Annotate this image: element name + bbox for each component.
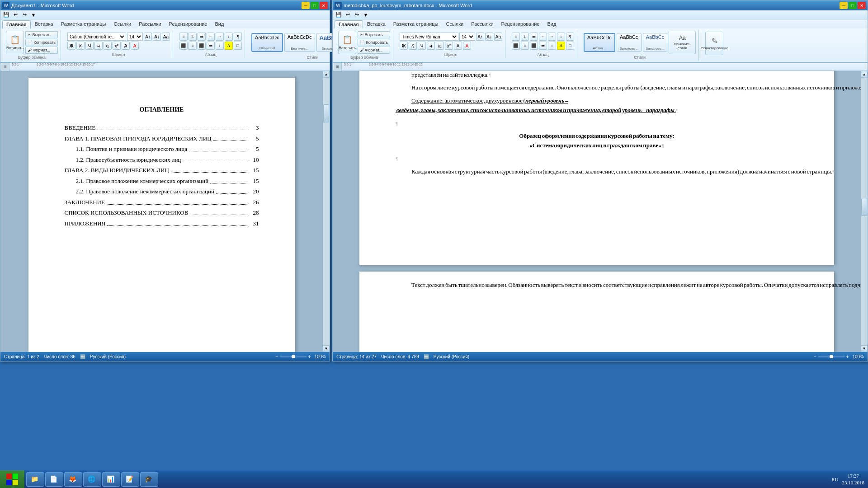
show-marks-btn-1[interactable]: ¶ xyxy=(234,33,242,41)
tab-review-2[interactable]: Рецензирование xyxy=(498,20,543,28)
underline-btn-2[interactable]: Ч xyxy=(418,42,426,50)
close-btn-2[interactable]: ✕ xyxy=(858,2,866,9)
underline-btn-1[interactable]: Ч xyxy=(85,42,94,50)
redo-icon-2[interactable]: ↪ xyxy=(353,11,361,19)
taskbar-item-folder[interactable]: 📁 xyxy=(26,472,44,487)
font-color-btn-2[interactable]: A xyxy=(463,42,471,50)
undo-icon-2[interactable]: ↩ xyxy=(344,11,352,19)
align-left-btn-2[interactable]: ⬛ xyxy=(512,42,520,50)
clear-format-btn-2[interactable]: Aa xyxy=(494,33,502,41)
paste-btn-2[interactable]: 📋 Вставить xyxy=(338,31,356,54)
tab-mailings-2[interactable]: Рассылки xyxy=(467,20,497,28)
tab-view-1[interactable]: Вид xyxy=(212,20,228,28)
zoom-slider-1[interactable] xyxy=(280,356,307,357)
font-size-select-1[interactable]: 14 xyxy=(127,33,143,41)
multilevel-btn-1[interactable]: ☰ xyxy=(198,33,206,41)
border-btn-2[interactable]: □ xyxy=(566,42,574,50)
font-color-btn-1[interactable]: A xyxy=(131,42,139,50)
save-icon-2[interactable]: 💾 xyxy=(335,11,343,19)
close-btn-1[interactable]: ✕ xyxy=(320,2,328,9)
zoom-minus-btn-2[interactable]: − xyxy=(814,354,816,359)
customize-icon-1[interactable]: ▼ xyxy=(29,11,38,19)
bullets-btn-2[interactable]: ≡ xyxy=(512,33,520,41)
numbering-btn-2[interactable]: 1. xyxy=(521,33,529,41)
scroll-up-btn-1[interactable]: ▲ xyxy=(323,71,330,78)
bold-btn-1[interactable]: Ж xyxy=(67,42,75,50)
zoom-plus-btn-2[interactable]: + xyxy=(846,354,849,359)
tab-references-1[interactable]: Ссылки xyxy=(110,20,135,28)
line-spacing-btn-2[interactable]: ↕ xyxy=(548,42,556,50)
editing-btn-2[interactable]: ✎ Редактирование xyxy=(705,32,723,55)
highlight-btn-2[interactable]: A xyxy=(454,42,462,50)
taskbar-item-firefox[interactable]: 🦊 xyxy=(64,472,82,487)
copy-btn-1[interactable]: 📄 Копировать xyxy=(25,39,58,46)
sort-btn-2[interactable]: ↕ xyxy=(557,33,565,41)
taskbar-item-word2[interactable]: 📝 xyxy=(121,472,139,487)
zoom-minus-btn-1[interactable]: − xyxy=(276,354,278,359)
shrink-font-btn-2[interactable]: A↓ xyxy=(485,33,493,41)
bullets-btn-1[interactable]: ≡ xyxy=(179,33,188,41)
style-normal-btn-1[interactable]: AaBbCcDc Обычный xyxy=(251,33,283,52)
scroll-down-btn-2[interactable]: ▼ xyxy=(861,345,868,352)
style-h2-btn-2[interactable]: AaBbCc Заголово... xyxy=(643,33,668,52)
bold-btn-2[interactable]: Ж xyxy=(400,42,408,50)
italic-btn-1[interactable]: К xyxy=(76,42,85,50)
tab-view-2[interactable]: Вид xyxy=(544,20,560,28)
font-family-select-2[interactable]: Times New Roman xyxy=(400,33,458,41)
grow-font-btn-1[interactable]: A↑ xyxy=(144,33,152,41)
customize-icon-2[interactable]: ▼ xyxy=(362,11,370,19)
line-spacing-btn-1[interactable]: ↕ xyxy=(216,42,224,50)
multilevel-btn-2[interactable]: ☰ xyxy=(530,33,538,41)
superscript-btn-2[interactable]: x² xyxy=(445,42,453,50)
font-family-select-1[interactable]: Calibri (Основной те... xyxy=(67,33,126,41)
tab-home-2[interactable]: Главная xyxy=(335,20,363,28)
tab-home-1[interactable]: Главная xyxy=(2,20,31,28)
subscript-btn-1[interactable]: x₂ xyxy=(104,42,112,50)
redo-icon-1[interactable]: ↪ xyxy=(20,11,28,19)
save-icon-1[interactable]: 💾 xyxy=(2,11,10,19)
align-center-btn-1[interactable]: ≡ xyxy=(189,42,197,50)
font-size-select-2[interactable]: 14 xyxy=(459,33,475,41)
style-normal-btn-2[interactable]: AaBbCcDc Абзац... xyxy=(584,33,615,52)
taskbar-item-word1[interactable]: 📄 xyxy=(45,472,63,487)
taskbar-item-chrome[interactable]: 🌐 xyxy=(83,472,101,487)
paste-btn-1[interactable]: 📋 Вставить xyxy=(6,31,24,54)
subscript-btn-2[interactable]: x₂ xyxy=(436,42,444,50)
indent-decrease-btn-1[interactable]: ← xyxy=(207,33,215,41)
tab-insert-2[interactable]: Вставка xyxy=(363,20,389,28)
zoom-plus-btn-1[interactable]: + xyxy=(308,354,311,359)
superscript-btn-1[interactable]: x² xyxy=(113,42,121,50)
align-right-btn-1[interactable]: ⬛ xyxy=(198,42,206,50)
style-h1-btn-2[interactable]: AaBbCc Заголово... xyxy=(617,33,642,52)
copy-btn-2[interactable]: 📄 Копировать xyxy=(358,39,390,46)
tab-mailings-1[interactable]: Рассылки xyxy=(135,20,165,28)
scroll-thumb-1[interactable] xyxy=(323,104,329,122)
scroll-up-btn-2[interactable]: ▲ xyxy=(861,71,868,78)
maximize-btn-2[interactable]: □ xyxy=(849,2,857,9)
change-styles-btn-2[interactable]: Аа Изменить стили xyxy=(669,31,696,54)
format-painter-btn-2[interactable]: 🖌 Формат... xyxy=(358,47,390,54)
tab-page-layout-2[interactable]: Разметка страницы xyxy=(390,20,442,28)
shading-btn-2[interactable]: A xyxy=(557,42,565,50)
grow-font-btn-2[interactable]: A↑ xyxy=(476,33,484,41)
minimize-btn-2[interactable]: ─ xyxy=(840,2,848,9)
maximize-btn-1[interactable]: □ xyxy=(311,2,319,9)
start-button[interactable] xyxy=(0,470,24,488)
sort-btn-1[interactable]: ↕ xyxy=(225,33,233,41)
clear-format-btn-1[interactable]: Aa xyxy=(162,33,170,41)
indent-decrease-btn-2[interactable]: ← xyxy=(539,33,547,41)
italic-btn-2[interactable]: К xyxy=(409,42,417,50)
strikethrough-btn-2[interactable]: ч xyxy=(427,42,435,50)
taskbar-item-excel[interactable]: 📊 xyxy=(102,472,120,487)
strikethrough-btn-1[interactable]: ч xyxy=(94,42,103,50)
show-marks-btn-2[interactable]: ¶ xyxy=(566,33,574,41)
align-center-btn-2[interactable]: ≡ xyxy=(521,42,529,50)
align-right-btn-2[interactable]: ⬛ xyxy=(530,42,538,50)
minimize-btn-1[interactable]: ─ xyxy=(302,2,310,9)
numbering-btn-1[interactable]: 1. xyxy=(189,33,197,41)
justify-btn-1[interactable]: ☰ xyxy=(207,42,215,50)
align-left-btn-1[interactable]: ⬛ xyxy=(179,42,188,50)
style-nosp-btn-1[interactable]: AaBbCcDc Без инте... xyxy=(284,33,315,52)
undo-icon-1[interactable]: ↩ xyxy=(11,11,19,19)
justify-btn-2[interactable]: ☰ xyxy=(539,42,547,50)
